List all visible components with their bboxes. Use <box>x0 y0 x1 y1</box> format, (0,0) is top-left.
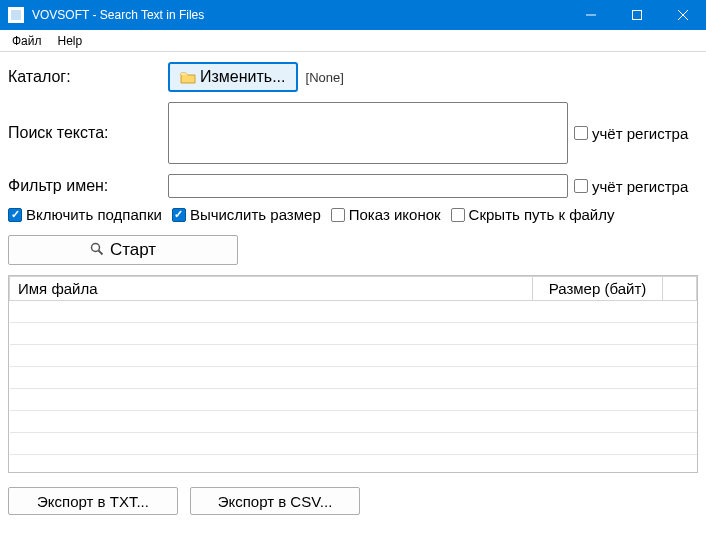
checkbox-text-case-label: учёт регистра <box>592 125 688 142</box>
checkbox-show-icons[interactable]: Показ иконок <box>331 206 441 223</box>
menu-help[interactable]: Help <box>50 32 91 50</box>
magnifier-icon <box>90 242 104 259</box>
checkbox-include-subfolders-label: Включить подпапки <box>26 206 162 223</box>
table-row <box>10 455 697 474</box>
label-search-text: Поиск текста: <box>8 124 168 142</box>
close-button[interactable] <box>660 0 706 30</box>
checkbox-icon <box>574 179 588 193</box>
app-icon <box>8 7 24 23</box>
label-catalog: Каталог: <box>8 68 168 86</box>
export-txt-label: Экспорт в ТХТ... <box>37 493 149 510</box>
menu-file[interactable]: Файл <box>4 32 50 50</box>
checkbox-icon <box>172 208 186 222</box>
svg-line-5 <box>98 250 102 254</box>
change-catalog-label: Изменить... <box>200 68 286 86</box>
start-button[interactable]: Старт <box>8 235 238 265</box>
checkbox-filter-case[interactable]: учёт регистра <box>574 178 688 195</box>
checkbox-icon <box>451 208 465 222</box>
svg-rect-1 <box>633 11 642 20</box>
column-header-size[interactable]: Размер (байт) <box>533 277 663 301</box>
table-row <box>10 323 697 345</box>
client-area: Каталог: Изменить... [None] Поиск текста… <box>0 52 706 523</box>
checkbox-filter-case-label: учёт регистра <box>592 178 688 195</box>
maximize-button[interactable] <box>614 0 660 30</box>
table-row <box>10 411 697 433</box>
svg-point-4 <box>91 243 99 251</box>
table-row <box>10 389 697 411</box>
menu-bar: Файл Help <box>0 30 706 52</box>
checkbox-compute-size-label: Вычислить размер <box>190 206 321 223</box>
change-catalog-button[interactable]: Изменить... <box>168 62 298 92</box>
minimize-button[interactable] <box>568 0 614 30</box>
checkbox-compute-size[interactable]: Вычислить размер <box>172 206 321 223</box>
checkbox-icon <box>8 208 22 222</box>
checkbox-hide-path-label: Скрыть путь к файлу <box>469 206 615 223</box>
checkbox-hide-path[interactable]: Скрыть путь к файлу <box>451 206 615 223</box>
checkbox-include-subfolders[interactable]: Включить подпапки <box>8 206 162 223</box>
checkbox-icon <box>574 126 588 140</box>
table-row <box>10 367 697 389</box>
column-header-spacer[interactable] <box>663 277 697 301</box>
catalog-path: [None] <box>306 70 344 85</box>
checkbox-text-case[interactable]: учёт регистра <box>574 125 688 142</box>
results-body <box>10 301 697 474</box>
window-title: VOVSOFT - Search Text in Files <box>32 8 204 22</box>
export-csv-button[interactable]: Экспорт в CSV... <box>190 487 360 515</box>
table-row <box>10 301 697 323</box>
folder-icon <box>180 70 196 84</box>
search-text-input[interactable] <box>168 102 568 164</box>
column-header-filename[interactable]: Имя файла <box>10 277 533 301</box>
label-name-filter: Фильтр имен: <box>8 177 168 195</box>
window-titlebar: VOVSOFT - Search Text in Files <box>0 0 706 30</box>
export-csv-label: Экспорт в CSV... <box>218 493 333 510</box>
name-filter-input[interactable] <box>168 174 568 198</box>
checkbox-show-icons-label: Показ иконок <box>349 206 441 223</box>
table-row <box>10 345 697 367</box>
results-table-container[interactable]: Имя файла Размер (байт) <box>8 275 698 473</box>
start-button-label: Старт <box>110 240 156 260</box>
table-row <box>10 433 697 455</box>
export-txt-button[interactable]: Экспорт в ТХТ... <box>8 487 178 515</box>
results-table: Имя файла Размер (байт) <box>9 276 697 473</box>
checkbox-icon <box>331 208 345 222</box>
